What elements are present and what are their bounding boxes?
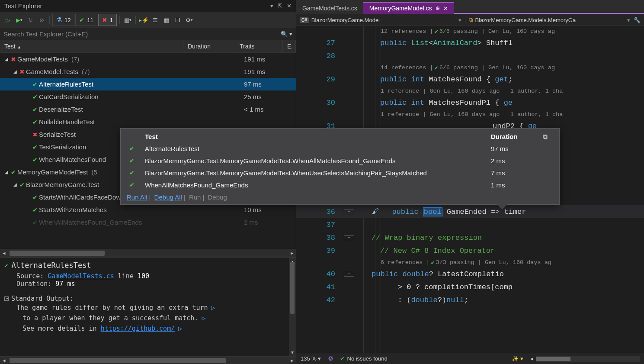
check-icon: ✔ <box>127 157 137 164</box>
debug-all-link[interactable]: Debug All <box>154 193 182 201</box>
expander-icon[interactable]: ◢ <box>12 182 18 187</box>
pin-icon[interactable]: ⇱ <box>278 3 282 9</box>
nav-class[interactable]: ⧉ BlazorMemoryGame.Models.MemoryGa ▾ <box>469 16 631 23</box>
counter-failed[interactable]: ✖ 1 <box>98 14 117 26</box>
run-after-build-button[interactable]: ▸⚡ <box>138 14 149 26</box>
codelens[interactable]: 6 references | ✔ 3/3 passing | Gen Lu, 1… <box>296 257 644 267</box>
test-tree-row[interactable]: ◢✖ GameModelTests (7)191 ms <box>0 53 296 65</box>
check-icon: ✔ <box>18 181 26 188</box>
settings-button[interactable]: ⚙ ▾ <box>184 14 194 26</box>
test-tree-row[interactable]: ✔ DeserializeTest< 1 ms <box>0 103 296 116</box>
expander-icon[interactable]: ◢ <box>12 69 18 74</box>
tab-gamemodeltests[interactable]: GameModelTests.cs <box>296 2 363 14</box>
tooltip-row[interactable]: ✔AlternateRulesTest97 ms <box>127 142 553 155</box>
open-external-icon[interactable]: ⧉ <box>543 133 553 141</box>
codelens[interactable]: 1 reference | Gen Lu, 160 days ago | 1 a… <box>296 109 644 119</box>
source-link[interactable]: GameModelTests.cs <box>48 272 114 280</box>
detail-hscroll[interactable]: ◂ ▸ <box>0 356 296 364</box>
tooltip-test-name: WhenAllMatchesFound_GameEnds <box>137 181 491 189</box>
fold-icon[interactable]: − <box>344 235 354 240</box>
check-icon: ✔ <box>31 81 39 88</box>
issues-indicator[interactable]: ✔No issues found <box>340 355 388 362</box>
check-icon: ✔ <box>31 93 39 100</box>
check-icon: ✔ <box>31 119 39 126</box>
windows-button[interactable]: ❐ <box>173 14 183 26</box>
test-name-label: AlternateRulesTest <box>39 81 244 88</box>
repeat-button[interactable]: ↻ <box>25 14 35 26</box>
playlist-button[interactable]: ▥ ▾ <box>122 14 133 26</box>
duration-label: < 1 ms <box>244 106 296 113</box>
check-icon: ✔ <box>127 181 137 188</box>
group-button[interactable]: ☰ <box>150 14 160 26</box>
collapse-icon[interactable] <box>4 296 9 301</box>
tooltip-row[interactable]: ✔BlazorMemoryGame.Test.MemoryGameModelTe… <box>127 155 553 167</box>
lightbulb-icon[interactable]: ✨ ▾ <box>512 355 523 362</box>
check-icon: ✔ <box>31 144 39 151</box>
check-icon: ✔ <box>31 206 39 213</box>
scrollbar-thumb[interactable] <box>10 251 105 256</box>
close-icon[interactable]: ✕ <box>443 5 448 12</box>
check-icon: ✔ <box>127 145 137 152</box>
csharp-badge-icon: C# <box>300 17 309 23</box>
run-button[interactable]: ▶ ▾ <box>14 14 24 26</box>
expander-icon[interactable]: ◢ <box>3 170 10 174</box>
search-row: 🔍 ▾ <box>0 28 296 40</box>
tooltip-duration: 97 ms <box>491 145 543 152</box>
run-all-link[interactable]: Run All <box>127 193 147 201</box>
counter-passed[interactable]: ✔ 11 <box>75 14 97 26</box>
tooltip-test-name: BlazorMemoryGame.Test.MemoryGameModelTes… <box>137 157 491 164</box>
stdout-link[interactable]: https://github.com/ <box>101 325 175 332</box>
test-toolbar: ▷ ▶ ▾ ↻ ⊘ ⚗ 12 ✔ 11 ✖ 1 ▥ ▾ ▸⚡ ☰ ▦ ❐ <box>0 12 296 28</box>
test-tree-row[interactable]: ✔ NullableHandleTest <box>0 116 296 128</box>
test-tree-row[interactable]: ◢✖ GameModel.Tests (7)191 ms <box>0 65 296 78</box>
col-test[interactable]: Test ▲ <box>0 40 183 52</box>
codelens[interactable]: 12 references | ✔ 6/6 passing | Gen Lu, … <box>296 26 644 36</box>
test-tree-row[interactable]: ✔ WhenAllMatchesFound_GameEnds2 ms <box>0 216 296 229</box>
tooltip-col-duration: Duration <box>491 133 543 141</box>
test-name-label: GameModelTests (7) <box>17 55 244 63</box>
pin-icon[interactable]: ⊕ <box>436 5 440 11</box>
fold-icon[interactable]: − <box>344 209 354 214</box>
stdout-body: The game rules differ by not giving an e… <box>4 303 292 334</box>
zoom-level[interactable]: 135 % ▾ <box>301 355 321 362</box>
col-duration[interactable]: Duration <box>183 40 235 52</box>
search-icon[interactable]: 🔍 ▾ <box>281 31 292 37</box>
check-icon: ✔ <box>127 169 137 176</box>
codelens[interactable]: 14 references | ✔ 6/6 passing | Gen Lu, … <box>296 62 644 73</box>
tab-memorygamemodel[interactable]: MemoryGameModel.cs ⊕ ✕ <box>363 2 454 14</box>
expander-icon[interactable]: ◢ <box>3 57 10 61</box>
fold-icon[interactable]: − <box>344 272 354 277</box>
panel-titlebar: Test Explorer ▾ ⇱ ✕ <box>0 0 296 12</box>
tooltip-col-test: Test <box>127 133 491 141</box>
search-input[interactable] <box>3 30 281 38</box>
tooltip-row[interactable]: ✔WhenAllMatchesFound_GameEnds1 ms <box>127 179 553 191</box>
test-tree-row[interactable]: ✔ CatCardSerialization25 ms <box>0 90 296 103</box>
codelens[interactable]: 1 reference | Gen Lu, 160 days ago | 1 a… <box>296 86 644 96</box>
tree-hscroll[interactable]: ◂ ▸ <box>0 249 296 257</box>
duration-label: 2 ms <box>244 219 296 226</box>
editor-tab-strip: GameModelTests.cs MemoryGameModel.cs ⊕ ✕ <box>296 0 644 14</box>
run-all-button[interactable]: ▷ <box>3 14 13 26</box>
detail-vscroll[interactable]: ▴ ▾ <box>289 258 296 356</box>
test-tree-row[interactable]: ✔ StartsWithZeroMatches10 ms <box>0 203 296 216</box>
test-tree-row[interactable]: ✔ AlternateRulesTest97 ms <box>0 78 296 90</box>
test-name-label: StartsWithZeroMatches <box>39 206 244 213</box>
flask-icon: ⚗ <box>56 16 62 24</box>
wrench-icon[interactable]: 🔧 <box>634 17 641 23</box>
col-traits[interactable]: Traits <box>235 40 283 52</box>
close-icon[interactable]: ✕ <box>287 3 292 9</box>
columns-button[interactable]: ▦ <box>161 14 172 26</box>
check-icon: ✔ <box>79 16 84 23</box>
nav-namespace[interactable]: C# BlazorMemoryGame.Model ▾ <box>300 17 461 23</box>
col-errors[interactable]: E. <box>283 40 296 52</box>
tooltip-row[interactable]: ✔BlazorMemoryGame.Test.MemoryGameModelTe… <box>127 167 553 179</box>
test-results-tooltip: Test Duration ⧉ ✔AlternateRulesTest97 ms… <box>120 128 560 205</box>
window-dropdown-icon[interactable]: ▾ <box>270 3 273 9</box>
debug-disabled: Debug <box>208 193 227 201</box>
stop-button[interactable]: ⊘ <box>36 14 47 26</box>
counter-total[interactable]: ⚗ 12 <box>52 14 74 26</box>
editor-hscroll[interactable]: ◂ <box>530 355 640 362</box>
duration-label: 97 ms <box>244 81 296 88</box>
check-icon: ✔ <box>31 106 39 113</box>
intellicode-icon[interactable]: ✪ <box>328 355 333 362</box>
